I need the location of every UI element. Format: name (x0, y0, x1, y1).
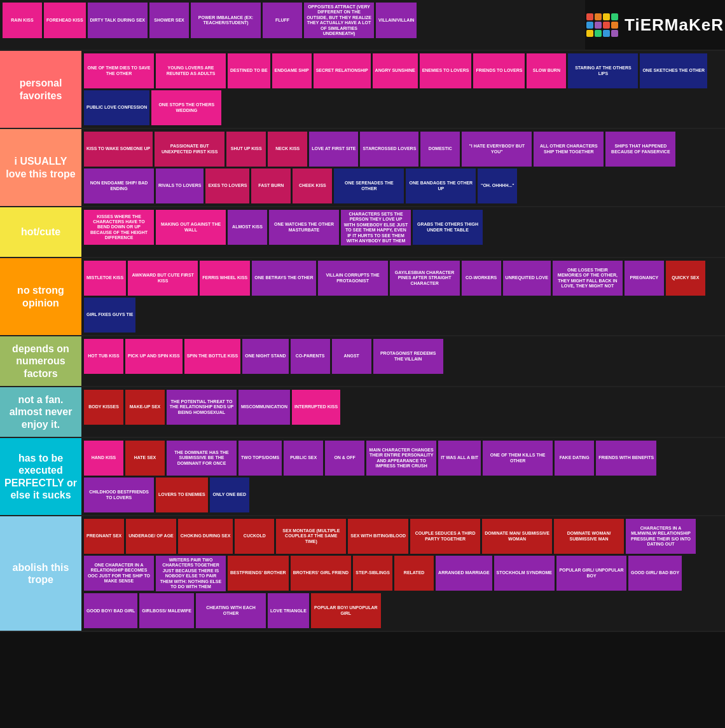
tier-item[interactable]: ONE BANDAGES THE OTHER UP (406, 168, 476, 203)
tier-item[interactable]: ONE SERENADES THE OTHER (334, 168, 404, 203)
tier-item[interactable]: AWKWARD BUT CUTE FIRST KISS (128, 261, 198, 296)
tier-item[interactable]: BODY KISSES (84, 390, 123, 425)
tier-item[interactable]: DOMINATE WOMAN/ SUBMISSIVE MAN (554, 519, 624, 554)
tier-item[interactable]: HATE SEX (125, 441, 165, 476)
tier-item[interactable]: CHOKING DURING SEX (178, 519, 233, 554)
tier-item[interactable]: FLUFF (263, 3, 302, 38)
tier-item[interactable]: ONE SKETCHES THE OTHER (640, 53, 707, 88)
tier-item[interactable]: VILLAIN/VILLAIN (376, 3, 417, 38)
tier-item[interactable]: GIRL FIXES GUYS TIE (84, 298, 135, 333)
tier-item[interactable]: ONE OF THEM KILLS THE OTHER (483, 441, 553, 476)
tier-item[interactable]: HAND KISS (84, 441, 123, 476)
tier-item[interactable]: ALL OTHER CHARACTERS SHIP THEM TOGETHER (534, 132, 604, 167)
tier-item[interactable]: ANGST (332, 339, 371, 374)
tier-item[interactable]: NON ENDGAME SHIP/ BAD ENDING (84, 168, 154, 203)
tier-item[interactable]: CHEATING WITH EACH OTHER (196, 593, 266, 628)
tier-item[interactable]: RELATED (394, 556, 434, 591)
tier-item[interactable]: FOREHEAD KISS (44, 3, 86, 38)
tier-item[interactable]: KISSES WHERE THE CHARACTERS HAVE TO BEND… (84, 210, 154, 245)
tier-item[interactable]: THE DOMINATE HAS THE SUBMISSIVE BE THE D… (167, 441, 237, 476)
tier-item[interactable]: ALMOST KISS (228, 210, 267, 245)
tier-item[interactable]: ONLY ONE BED (210, 477, 249, 512)
tier-item[interactable]: MISCOMMUNICATION (238, 390, 290, 425)
tier-item[interactable]: ANGRY SUNSHINE (373, 53, 418, 88)
tier-item[interactable]: ONE BETRAYS THE OTHER (252, 261, 315, 296)
tier-item[interactable]: THE POTENTIAL THREAT TO THE RELATIONSHIP… (167, 390, 237, 425)
tier-item[interactable]: SECRET RELATIONSHIP (314, 53, 371, 88)
tier-item[interactable]: UNREQUITED LOVE (503, 261, 551, 296)
tier-item[interactable]: COUPLE SEDUCES A THIRD PARTY TOGETHER (410, 519, 480, 554)
tier-item[interactable]: VILLAIN CORRUPTS THE PROTAGONIST (318, 261, 388, 296)
tier-item[interactable]: TWO TOPS/DOMS (238, 441, 282, 476)
tier-item[interactable]: MAKING OUT AGAINST THE WALL (156, 210, 226, 245)
tier-item[interactable]: STEP-SIBLINGS (353, 556, 392, 591)
tier-item[interactable]: POWER IMBALANCE (EX: TEACHER/STUDENT) (191, 3, 261, 38)
tier-item[interactable]: UNDERAGE/ OF AGE (126, 519, 176, 554)
tier-item[interactable]: FAKE DATING (555, 441, 594, 476)
tier-item[interactable]: PUBLIC LOVE CONFESSION (84, 90, 149, 125)
tier-item[interactable]: STOCKHOLM SYNDROME (494, 556, 555, 591)
tier-item[interactable]: ONE NIGHT STAND (242, 339, 288, 374)
tier-item[interactable]: SPIN THE BOTTLE KISS (184, 339, 241, 374)
tier-item[interactable]: DOMINATE MAN/ SUBMISSIVE WOMAN (482, 519, 552, 554)
tier-item[interactable]: SEX MONTAGE (MULTIPLE COUPLES AT THE SAM… (276, 519, 346, 554)
tier-item[interactable]: DESTINED TO BE (228, 53, 270, 88)
tier-item[interactable]: PUBLIC SEX (284, 441, 323, 476)
tier-item[interactable]: ONE CHARACTER IN A RELATIONSHIP BECOMES … (84, 556, 154, 591)
tier-item[interactable]: SHIPS THAT HAPPENED BECAUSE OF FANSERVIC… (605, 132, 675, 167)
tier-item[interactable]: INTERRUPTED KISS (292, 390, 340, 425)
tier-item[interactable]: DOMESTIC (420, 132, 460, 167)
tier-item[interactable]: CHILDHOOD BESTFRIENDS TO LOVERS (84, 477, 154, 512)
tier-item[interactable]: RAIN KISS (3, 3, 42, 38)
tier-item[interactable]: PREGNANT SEX (84, 519, 124, 554)
tier-item[interactable]: BROTHERS' GIRL FRIEND (291, 556, 351, 591)
tier-item[interactable]: FAST BURN (251, 168, 291, 203)
tier-item[interactable]: WRITERS PAIR TWO CHARACTERS TOGETHER JUS… (156, 556, 226, 591)
tier-item[interactable]: OPPOSITES ATTRACT (VERY DIFFERENT ON THE… (304, 3, 374, 38)
tier-item[interactable]: SHOWER SEX (149, 3, 189, 38)
tier-item[interactable]: LOVERS TO ENEMIES (156, 477, 208, 512)
tier-item[interactable]: SHUT UP KISS (226, 132, 266, 167)
tier-item[interactable]: ENDGAME SHIP (272, 53, 312, 88)
tier-item[interactable]: CHARACTERS SETS THE PERSON THEY LOVE UP … (341, 210, 411, 245)
tier-item[interactable]: GRABS THE OTHERS THIGH UNDER THE TABLE (413, 210, 483, 245)
tier-item[interactable]: MAKE-UP SEX (125, 390, 165, 425)
tier-item[interactable]: SLOW BURN (527, 53, 566, 88)
tier-item[interactable]: MAIN CHARACTER CHANGES THEIR ENTIRE PERS… (366, 441, 436, 476)
tier-item[interactable]: GOOD GIRL/ BAD BOY (628, 556, 682, 591)
tier-item[interactable]: ENEMIES TO LOVERS (420, 53, 472, 88)
tier-item[interactable]: GAY/LESBIAN CHARACTER PINES AFTER STRAIG… (390, 261, 460, 296)
tier-item[interactable]: LOVE TRIANGLE (268, 593, 309, 628)
tier-item[interactable]: FERRIS WHEEL KISS (200, 261, 250, 296)
tier-item[interactable]: ONE OF THEM DIES TO SAVE THE OTHER (84, 53, 154, 88)
tier-item[interactable]: ONE WATCHES THE OTHER MASTURBATE (269, 210, 339, 245)
tier-item[interactable]: STARCROSSED LOVERS (360, 132, 418, 167)
tier-item[interactable]: POPULAR GIRL/ UNPOPULAR BOY (556, 556, 626, 591)
tier-item[interactable]: HOT TUB KISS (84, 339, 123, 374)
tier-item[interactable]: CUCKOLD (235, 519, 274, 554)
tier-item[interactable]: EXES TO LOVERS (205, 168, 249, 203)
tier-item[interactable]: YOUNG LOVERS ARE REUNITED AS ADULTS (156, 53, 226, 88)
tier-item[interactable]: PASSIONATE BUT UNEXPECTED FIRST KISS (155, 132, 224, 167)
tier-item[interactable]: IT WAS ALL A BIT (438, 441, 481, 476)
tier-item[interactable]: FRIENDS WITH BENEFITS (596, 441, 656, 476)
tier-item[interactable]: LOVE AT FIRST SITE (309, 132, 358, 167)
tier-item[interactable]: BESTFRIENDS' BROTHER (228, 556, 289, 591)
tier-item[interactable]: CO-PARENTS (291, 339, 330, 374)
tier-item[interactable]: ARRANGED MARRIAGE (436, 556, 492, 591)
tier-item[interactable]: ON & OFF (325, 441, 364, 476)
tier-item[interactable]: ONE LOSES THEIR MEMORIES OF THE OTHER, T… (553, 261, 623, 296)
tier-item[interactable]: PICK UP AND SPIN KISS (125, 339, 183, 374)
tier-item[interactable]: GOOD BOY/ BAD GIRL (84, 593, 137, 628)
tier-item[interactable]: ONE STOPS THE OTHERS WEDDING (151, 90, 221, 125)
tier-item[interactable]: CHARACTERS IN A MLMW/NLW RELATIONSHIP PR… (626, 519, 696, 554)
tier-item[interactable]: PROTAGONIST REDEEMS THE VILLAIN (373, 339, 443, 374)
tier-item[interactable]: CO-WORKERS (462, 261, 501, 296)
tier-item[interactable]: KISS TO WAKE SOMEONE UP (84, 132, 153, 167)
tier-item[interactable]: RIVALS TO LOVERS (156, 168, 204, 203)
tier-item[interactable]: CHEEK KISS (293, 168, 332, 203)
tier-item[interactable]: GIRLBOSS/ MALEWIFE (139, 593, 194, 628)
tier-item[interactable]: FRIENDS TO LOVERS (473, 53, 525, 88)
tier-item[interactable]: SEX WITH BITING/BLOOD (348, 519, 408, 554)
tier-item[interactable]: STARING AT THE OTHERS LIPS (568, 53, 638, 88)
